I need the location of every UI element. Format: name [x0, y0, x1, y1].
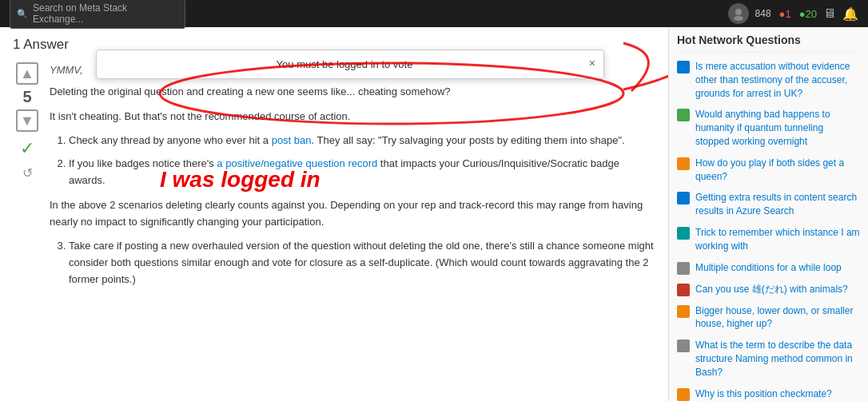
- list-item-1-after: . They all say: "Try salvaging your post…: [312, 134, 625, 146]
- main-layout: You must be logged in to vote × I was lo…: [0, 27, 868, 401]
- hot-item-link[interactable]: Can you use 雄(だれ) with animals?: [695, 283, 848, 296]
- answer-block: ▲ 5 ▼ ✓ ↺ YMMV, Deleting the original qu…: [13, 62, 655, 296]
- hot-questions-list: Is mere accusation without evidence othe…: [677, 60, 860, 401]
- hot-item-link[interactable]: Is mere accusation without evidence othe…: [695, 60, 860, 100]
- search-bar[interactable]: 🔍 Search on Meta Stack Exchange...: [10, 0, 185, 29]
- paragraph-3: In the above 2 scenarios deleting clearl…: [50, 197, 655, 231]
- list-item-1-before: Check any thread by anyone who ever hit …: [69, 134, 272, 146]
- paragraph-1: Deleting the original question and creat…: [50, 84, 655, 101]
- inbox-icon[interactable]: 🖥: [823, 6, 836, 21]
- site-icon: [677, 284, 690, 296]
- nav-right: 848 ●1 ●20 🖥 🔔: [728, 3, 858, 24]
- accepted-check: ✓: [20, 138, 34, 159]
- list-item: Take care if posting a new overhauled ve…: [69, 238, 655, 288]
- hot-network-item: Is mere accusation without evidence othe…: [677, 60, 860, 100]
- reputation: 848: [755, 8, 771, 19]
- answer-list-2: Take care if posting a new overhauled ve…: [69, 238, 655, 288]
- list-item: Check any thread by anyone who ever hit …: [69, 133, 655, 149]
- search-icon: 🔍: [17, 9, 28, 19]
- hot-item-link[interactable]: Would anything bad happens to humanity i…: [695, 108, 860, 148]
- site-icon: [677, 157, 690, 170]
- vote-column: ▲ 5 ▼ ✓ ↺: [13, 62, 42, 296]
- site-icon: [677, 109, 690, 121]
- svg-point-1: [734, 16, 743, 21]
- hot-network-item: Would anything bad happens to humanity i…: [677, 108, 860, 148]
- hot-network-item: Trick to remember which instance I am wo…: [677, 226, 860, 253]
- site-icon: [677, 61, 690, 73]
- hot-network-item: Multiple conditions for a while loop: [677, 261, 860, 275]
- downvote-button[interactable]: ▼: [16, 109, 38, 132]
- site-icon: [677, 192, 690, 204]
- vote-count: 5: [22, 88, 31, 106]
- hot-item-link[interactable]: How do you play if both sides get a quee…: [695, 157, 860, 184]
- upvote-button[interactable]: ▲: [16, 62, 38, 85]
- hot-item-link[interactable]: Trick to remember which instance I am wo…: [695, 226, 860, 253]
- list-item: If you like badges notice there's a posi…: [69, 156, 655, 189]
- hot-item-link[interactable]: Bigger house, lower down, or smaller hou…: [695, 304, 860, 332]
- hot-network-item: Getting extra results in content search …: [677, 191, 860, 218]
- hot-item-link[interactable]: Getting extra results in content search …: [695, 191, 860, 218]
- hot-item-link[interactable]: What is the term to describe the data st…: [695, 339, 860, 379]
- badge-bronze: ●1: [779, 8, 791, 20]
- hot-item-link[interactable]: Why is this position checkmate?: [695, 387, 832, 401]
- paragraph-2: It isn't cheating. But that's not the re…: [50, 109, 655, 125]
- site-icon: [677, 388, 690, 401]
- question-record-link[interactable]: a positive/negative question record: [217, 157, 377, 169]
- site-icon: [677, 262, 690, 275]
- achievements-icon[interactable]: 🔔: [842, 6, 858, 22]
- hot-item-link[interactable]: Multiple conditions for a while loop: [695, 261, 842, 275]
- avatar[interactable]: [728, 3, 749, 24]
- sidebar-title: Hot Network Questions: [677, 34, 860, 52]
- site-icon: [677, 305, 690, 318]
- answer-body: YMMV, Deleting the original question and…: [50, 62, 655, 296]
- answer-list: Check any thread by anyone who ever hit …: [69, 133, 655, 189]
- list-item-2-before: If you like badges notice there's: [69, 157, 217, 169]
- hot-network-item: Bigger house, lower down, or smaller hou…: [677, 304, 860, 332]
- site-icon: [677, 339, 690, 352]
- toast-message: You must be logged in to vote: [277, 58, 413, 70]
- right-sidebar: Hot Network Questions Is mere accusation…: [668, 27, 868, 401]
- site-icon: [677, 227, 690, 240]
- left-content: You must be logged in to vote × I was lo…: [0, 27, 668, 401]
- badge-silver: ●20: [799, 8, 817, 20]
- hot-network-item: Why is this position checkmate?: [677, 387, 860, 401]
- hot-network-item: Can you use 雄(だれ) with animals?: [677, 283, 860, 296]
- toast-close-button[interactable]: ×: [589, 57, 595, 69]
- toast-notification: You must be logged in to vote ×: [96, 50, 604, 79]
- svg-point-0: [735, 9, 742, 15]
- hot-network-item: What is the term to describe the data st…: [677, 339, 860, 379]
- post-ban-link[interactable]: post ban: [272, 134, 312, 146]
- answer-text: Deleting the original question and creat…: [50, 84, 655, 288]
- hot-network-item: How do you play if both sides get a quee…: [677, 157, 860, 184]
- search-placeholder: Search on Meta Stack Exchange...: [33, 2, 178, 25]
- history-icon[interactable]: ↺: [22, 165, 33, 181]
- top-navigation: 🔍 Search on Meta Stack Exchange... 848 ●…: [0, 0, 868, 27]
